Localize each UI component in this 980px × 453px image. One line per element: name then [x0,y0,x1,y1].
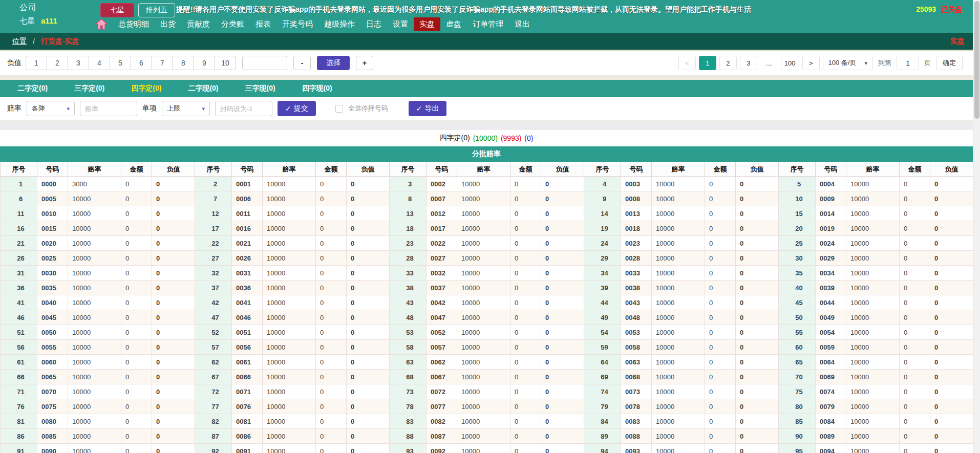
page-button[interactable]: 2 [719,56,737,70]
quick-number-button[interactable]: 2 [47,56,68,70]
serial-cell: 48 [390,310,427,325]
odds-cell: 10000 [263,444,316,453]
tab[interactable]: 三字定(0) [61,84,118,93]
nav-item[interactable]: 开奖号码 [276,17,318,31]
serial-cell: 46 [1,310,37,325]
scrollbar-thumb[interactable] [974,1,979,119]
nav-item[interactable]: 出货 [155,17,181,31]
code-cell: 0092 [427,444,457,453]
tab[interactable]: 二字现(0) [175,84,231,93]
table-row: 2600251000000270026100000028002710000002… [1,251,973,266]
negative-cell: 0 [930,399,973,414]
confirm-button[interactable]: 确定 [936,56,963,70]
nav-item[interactable]: 退出 [509,17,536,31]
nav-item[interactable]: 越级操作 [318,17,360,31]
prev-page-button[interactable]: < [678,56,696,70]
negative-cell: 0 [736,310,779,325]
submit-button[interactable]: ✓ 提交 [278,101,316,116]
serial-cell: 41 [1,295,37,310]
next-page-button[interactable]: > [802,56,820,70]
goto-page-input[interactable] [897,56,919,70]
select-all-checkbox[interactable] [335,105,343,113]
plus-button[interactable]: + [356,56,373,70]
negative-cell: 0 [541,399,584,414]
nav-item[interactable]: 贡献度 [181,17,216,31]
quick-number-button[interactable]: 10 [215,56,236,70]
code-cell: 0088 [621,429,652,444]
single-mode-select[interactable]: 上限 ▾ [162,101,210,116]
nav-item[interactable]: 总货明细 [113,17,155,31]
check-icon: ✓ [285,104,291,113]
page-unit-label: 页 [924,58,931,68]
quick-number-button[interactable]: 9 [194,56,215,70]
amount-cell: 0 [121,177,152,191]
page-size-select[interactable]: 100 条/页 ▾ [823,56,873,70]
negative-cell: 0 [347,206,390,221]
quick-number-button[interactable]: 3 [68,56,89,70]
quick-number-button[interactable]: 5 [110,56,131,70]
code-cell: 0005 [37,191,68,206]
nav-item[interactable]: 订单管理 [467,17,509,31]
negative-cell: 0 [736,266,779,281]
negative-cell: 0 [347,236,390,251]
amount-cell: 0 [316,370,347,384]
home-icon[interactable] [95,18,109,30]
serial-cell: 20 [779,221,816,236]
limit-input[interactable] [215,101,272,116]
quick-number-button[interactable]: 6 [131,56,152,70]
code-cell: 0020 [37,236,68,251]
amount-cell: 0 [510,340,541,355]
serial-cell: 82 [195,414,232,429]
breadcrumb-location-link[interactable]: 位置 [12,37,27,46]
tab[interactable]: 二字定(0) [4,84,61,93]
nav-item[interactable]: 报表 [250,17,276,31]
negative-value-input[interactable] [242,56,287,70]
chevron-down-icon: ▾ [67,105,70,112]
amount-cell: 0 [705,177,736,191]
chevron-down-icon: ▾ [202,105,205,112]
odds-cell: 3000 [68,177,121,191]
nav-item[interactable]: 分类账 [216,17,250,31]
odds-mode-select[interactable]: 各降 ▾ [27,101,75,116]
amount-cell: 0 [705,355,736,370]
quick-number-button[interactable]: 1 [26,56,47,70]
column-header: 金额 [510,162,541,177]
serial-cell: 32 [195,266,232,281]
serial-cell: 47 [195,310,232,325]
page-button[interactable]: 1 [699,56,716,70]
negative-cell: 0 [541,414,584,429]
odds-input[interactable] [80,101,137,116]
nav-item[interactable]: 实盘 [414,17,440,31]
negative-cell: 0 [152,177,195,191]
negative-cell: 0 [152,191,195,206]
serial-cell: 70 [779,370,816,384]
qixing-button[interactable]: 七星 [100,3,134,17]
serial-cell: 66 [1,370,37,384]
quick-number-button[interactable]: 7 [152,56,173,70]
tab[interactable]: 四字现(0) [289,84,346,93]
select-button[interactable]: 选择 [317,56,350,70]
odds-mode-value: 各降 [32,104,45,113]
nav-item[interactable]: 日志 [360,17,387,31]
quick-number-button[interactable]: 8 [173,56,194,70]
table-row: 1100101000000120011100000013001210000001… [1,206,973,221]
odds-cell: 10000 [68,236,121,251]
minus-button[interactable]: - [293,56,311,70]
page-button[interactable]: 3 [740,56,757,70]
serial-cell: 9 [584,191,621,206]
export-button[interactable]: ✓ 导出 [409,101,447,116]
scrollbar[interactable] [973,0,980,453]
tab[interactable]: 四字定(0) [118,84,175,93]
status-badge: 已关盘 [941,5,963,13]
nav-item[interactable]: 虚盘 [440,17,467,31]
nav-item[interactable]: 设置 [387,17,414,31]
column-header: 金额 [121,162,152,177]
tab[interactable]: 三字现(0) [232,84,289,93]
pailiewu-button[interactable]: 排列五 [138,3,175,17]
quick-number-button[interactable]: 4 [89,56,110,70]
amount-cell: 0 [900,340,930,355]
odds-cell: 10000 [68,266,121,281]
page-button[interactable]: 100 [781,56,799,70]
serial-cell: 92 [195,444,232,453]
negative-cell: 0 [152,355,195,370]
